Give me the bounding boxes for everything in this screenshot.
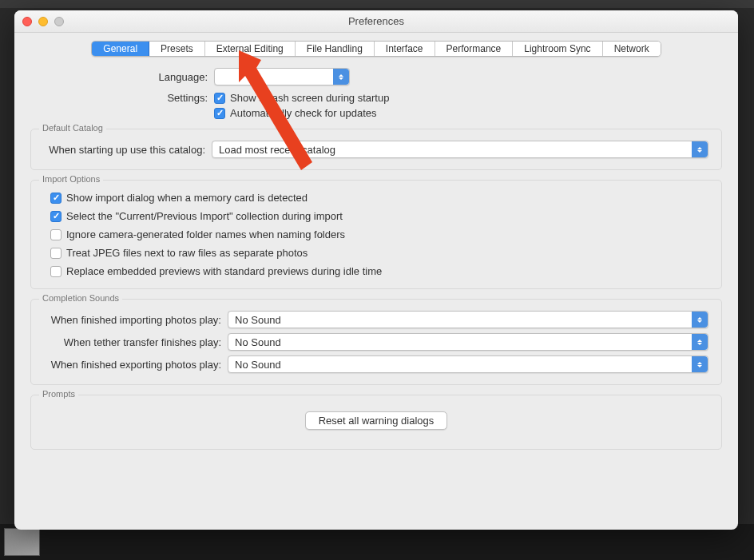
traffic-lights (14, 17, 64, 26)
default-catalog-legend: Default Catalog (39, 123, 106, 133)
import-opt3-label: Ignore camera-generated folder names whe… (66, 228, 345, 240)
import-opt4-checkbox[interactable] (50, 248, 62, 259)
import-opt4-label: Treat JPEG files next to raw files as se… (66, 247, 308, 259)
import-opt2-checkbox[interactable] (50, 211, 62, 222)
default-catalog-section: Default Catalog When starting up use thi… (30, 129, 722, 170)
import-options-section: Import Options Show import dialog when a… (30, 180, 722, 289)
show-splash-option: Show splash screen during startup (214, 92, 389, 104)
reset-warnings-button[interactable]: Reset all warning dialogs (305, 411, 448, 430)
import-opt2-label: Select the "Current/Previous Import" col… (66, 210, 343, 222)
import-sound-select[interactable]: No Sound (228, 311, 708, 328)
chevron-updown-icon (692, 334, 708, 350)
catalog-value: Load most recent catalog (219, 144, 335, 156)
import-opt1-label: Show import dialog when a memory card is… (66, 192, 308, 204)
import-opt4: Treat JPEG files next to raw files as se… (44, 247, 708, 259)
auto-updates-option: Automatically check for updates (214, 107, 377, 119)
tab-general[interactable]: General (92, 42, 149, 56)
chevron-updown-icon (692, 356, 708, 372)
catalog-row: When starting up use this catalog: Load … (44, 141, 708, 158)
titlebar: Preferences (14, 10, 738, 33)
prompts-button-row: Reset all warning dialogs (44, 407, 708, 438)
tether-sound-label: When tether transfer finishes play: (44, 336, 228, 348)
bg-strip-top (0, 0, 754, 8)
import-sound-label: When finished importing photos play: (44, 314, 228, 326)
show-splash-checkbox[interactable] (214, 93, 225, 104)
prompts-legend: Prompts (39, 389, 78, 399)
catalog-label: When starting up use this catalog: (44, 144, 212, 156)
catalog-select[interactable]: Load most recent catalog (212, 141, 708, 158)
import-opt5-label: Replace embedded previews with standard … (66, 265, 382, 277)
tabs-bar: General Presets External Editing File Ha… (14, 33, 738, 62)
preferences-window: Preferences General Presets External Edi… (14, 10, 738, 530)
import-opt5: Replace embedded previews with standard … (44, 265, 708, 277)
import-opt1: Show import dialog when a memory card is… (44, 192, 708, 204)
auto-updates-row: Automatically check for updates (30, 107, 722, 119)
content-area: Language: Settings: Show splash screen d… (14, 62, 738, 456)
import-opt5-checkbox[interactable] (50, 266, 62, 277)
filmstrip-thumbnail[interactable] (4, 528, 40, 556)
import-opt2: Select the "Current/Previous Import" col… (44, 210, 708, 222)
language-label: Language: (30, 71, 214, 83)
export-sound-label: When finished exporting photos play: (44, 359, 228, 371)
import-opt3-checkbox[interactable] (50, 229, 62, 240)
chevron-updown-icon (692, 312, 708, 328)
minimize-icon[interactable] (38, 17, 48, 26)
chevron-updown-icon (692, 141, 708, 157)
tab-presets[interactable]: Presets (149, 42, 205, 56)
settings-row: Settings: Show splash screen during star… (30, 92, 722, 104)
prompts-section: Prompts Reset all warning dialogs (30, 395, 722, 450)
tether-sound-row: When tether transfer finishes play: No S… (44, 333, 708, 351)
tab-interface[interactable]: Interface (375, 42, 435, 56)
completion-sounds-section: Completion Sounds When finished importin… (30, 299, 722, 385)
tether-sound-select[interactable]: No Sound (228, 333, 708, 351)
tab-external-editing[interactable]: External Editing (205, 42, 296, 56)
export-sound-value: No Sound (235, 359, 281, 371)
close-icon[interactable] (22, 17, 32, 26)
export-sound-select[interactable]: No Sound (228, 355, 708, 373)
tether-sound-value: No Sound (235, 336, 281, 348)
show-splash-label: Show splash screen during startup (230, 92, 389, 104)
auto-updates-label: Automatically check for updates (230, 107, 377, 119)
import-options-legend: Import Options (39, 174, 103, 184)
tab-network[interactable]: Network (603, 42, 661, 56)
chevron-updown-icon (333, 69, 349, 85)
import-opt1-checkbox[interactable] (50, 193, 62, 204)
import-sound-value: No Sound (235, 314, 281, 326)
language-select[interactable] (214, 68, 350, 85)
maximize-icon[interactable] (54, 17, 64, 26)
tab-file-handling[interactable]: File Handling (296, 42, 375, 56)
window-title: Preferences (14, 15, 738, 27)
completion-sounds-legend: Completion Sounds (39, 293, 122, 303)
auto-updates-checkbox[interactable] (214, 108, 225, 119)
tab-lightroom-sync[interactable]: Lightroom Sync (513, 42, 602, 56)
tab-performance[interactable]: Performance (435, 42, 514, 56)
tab-group: General Presets External Editing File Ha… (91, 41, 661, 57)
language-row: Language: (30, 68, 722, 85)
settings-label: Settings: (30, 92, 214, 104)
import-opt3: Ignore camera-generated folder names whe… (44, 228, 708, 240)
import-sound-row: When finished importing photos play: No … (44, 311, 708, 328)
export-sound-row: When finished exporting photos play: No … (44, 355, 708, 373)
